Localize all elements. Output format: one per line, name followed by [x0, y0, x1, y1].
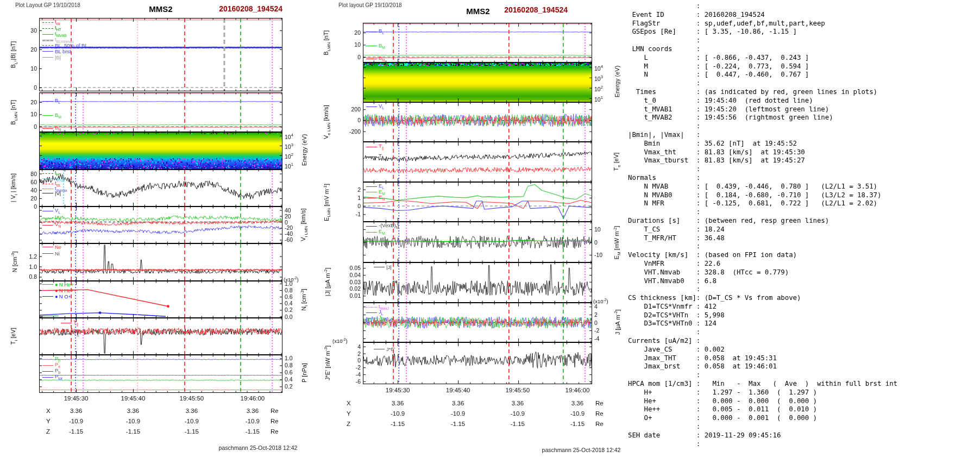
info-line: Velocity [km/s] : (based on FPI ion data…: [628, 251, 897, 260]
ephemeris-row-label: Z: [347, 421, 357, 427]
axis-scale-note: (x10-2): [593, 298, 608, 304]
info-line: T_MFR/HT : 36.48: [628, 234, 897, 243]
axis-label: Ve LMN [km/s]: [323, 84, 331, 160]
axis-label: |J| [μA m-2]: [323, 244, 331, 320]
info-line: :: [628, 36, 897, 45]
ephemeris-value: -1.15: [381, 421, 414, 427]
info-line: H+ : 1.297 - 1.360 ( 1.297 ): [628, 389, 897, 397]
axis-label: P [nPa]: [301, 335, 307, 411]
ephemeris-value: 3.36: [442, 400, 474, 406]
y-tick-label: -6: [340, 378, 361, 385]
y-tick-label: 0.04: [340, 272, 361, 278]
y-tick-label: 102: [594, 85, 616, 92]
fig1-title: MMS2: [134, 4, 188, 14]
ephemeris-unit: Re: [271, 418, 284, 424]
y-tick-label: 0: [16, 123, 37, 130]
legend-entry: J*E': [374, 347, 395, 352]
ephemeris-value: 3.36: [117, 408, 149, 414]
legend-entry: ● N He+: [42, 282, 74, 287]
x-tick-label: 19:46:00: [234, 395, 272, 402]
info-line: He++ : 0.005 - 0.011 ( 0.010 ): [628, 405, 897, 414]
ephemeris-value: -10.9: [561, 410, 594, 417]
info-line: Vmax_tht : 81.83 [km/s] at 19:45:30: [628, 148, 897, 157]
y-tick-label: -4: [340, 371, 361, 378]
y-tick-label: 0: [16, 203, 37, 210]
info-line: N MVAB0 : [ 0.184, -0.680, -0.710 ] (L3/…: [628, 191, 897, 200]
fig2-footer: paschmann 25-Oct-2018 12:42: [535, 447, 627, 453]
legend-entry: BL, 50% of BL: [42, 43, 88, 48]
legend-entry: BL: [366, 28, 384, 35]
info-line: He+ : 0.000 - 0.000 ( 0.000 ): [628, 397, 897, 406]
y-tick-label: 0.02: [340, 285, 361, 292]
y-tick-label: -1: [340, 211, 361, 217]
legend-entry: VL: [42, 208, 60, 215]
y-tick-label: 104: [594, 64, 616, 72]
ephemeris-row-label: Y: [46, 418, 57, 424]
screenshot-root: { "colors":{"event_id_red":"#990000","ma…: [0, 0, 980, 457]
y-tick-label: 2: [594, 311, 616, 318]
fig1-event-id: 20160208_194524: [206, 4, 282, 13]
axis-label: Energy (eV): [301, 112, 307, 188]
info-line: Jmax_brst : 0.058 at 19:46:01: [628, 362, 897, 371]
legend-entry: BM: [42, 112, 61, 120]
y-tick-label: 200: [340, 106, 361, 112]
info-line: D2=TCS*VHTn : 5,998: [628, 311, 897, 320]
info-line: t_MVAB2 : 19:45:56 (rightmost green line…: [628, 114, 897, 122]
ephemeris-value: -10.9: [117, 418, 149, 424]
info-line: LMN coords :: [628, 45, 897, 54]
y-tick-label: 20: [340, 29, 361, 36]
fig1-header: Plot Layout GP 19/10/2018: [15, 2, 80, 8]
legend-entry: T⊥: [366, 153, 385, 160]
axis-label: N [cm-3]: [10, 223, 18, 299]
info-line: VHT.Nmvab : 328.8 (HTcc = 0.779): [628, 268, 897, 277]
ephemeris-value: -1.15: [442, 421, 474, 427]
y-tick-label: 10: [16, 111, 37, 117]
info-line: Normals :: [628, 174, 897, 183]
legend-entry: BL brst: [42, 49, 71, 54]
ephemeris-row-label: X: [46, 408, 57, 414]
ephemeris-unit: Re: [271, 428, 284, 435]
legend-entry: VM: [42, 215, 61, 222]
ephemeris-value: 3.36: [381, 400, 414, 406]
y-tick-label: 0: [340, 117, 361, 123]
ephemeris-value: -1.15: [236, 428, 269, 435]
legend-entry: BM: [366, 43, 385, 50]
ephemeris-value: -10.9: [236, 418, 269, 424]
legend-entry: BN: [366, 55, 385, 62]
info-line: Event ID : 20160208_194524: [628, 11, 897, 20]
text-layer: Plot Layout GP 19/10/2018 MMS2 20160208_…: [0, 0, 980, 457]
axis-label: Ti [eV]: [10, 298, 18, 374]
legend-entry: T∥: [61, 320, 78, 327]
ephemeris-value: 3.36: [60, 408, 92, 414]
x-tick-label: 19:46:00: [558, 387, 596, 393]
info-line: M : [ -0.224, 0.773, 0.594 ]: [628, 62, 897, 71]
axis-scale-note: (x10-2): [284, 276, 299, 283]
info-line: :: [628, 79, 897, 88]
y-tick-label: -2: [340, 364, 361, 371]
axis-label: BLMN [nT]: [10, 74, 18, 150]
y-tick-label: 0.01: [340, 292, 361, 299]
ephemeris-unit: Re: [595, 421, 608, 427]
legend-entry: T⊥: [61, 330, 80, 337]
x-tick-label: 19:45:30: [57, 395, 95, 402]
y-tick-label: 0.05: [340, 265, 361, 271]
ephemeris-value: -10.9: [501, 410, 534, 417]
x-tick-label: 19:45:30: [379, 387, 417, 393]
ephemeris-row-label: Y: [347, 410, 357, 417]
ephemeris-value: -1.15: [60, 428, 92, 435]
legend-entry: EN: [366, 195, 385, 202]
x-tick-label: 19:45:50: [499, 387, 537, 393]
y-tick-label: 10: [16, 65, 37, 72]
ephemeris-unit: Re: [595, 410, 608, 417]
info-line: D1=TCS*Vnmfr : 412: [628, 303, 897, 311]
y-tick-label: 0.03: [340, 279, 361, 285]
ephemeris-value: -10.9: [381, 410, 414, 417]
y-tick-label: 10: [340, 41, 361, 48]
legend-entry: |B|: [42, 55, 61, 60]
legend-entry: Ne: [42, 245, 61, 249]
info-line: |Bmin|, |Vmax| :: [628, 131, 897, 140]
legend-entry: |V|: [42, 191, 61, 196]
y-tick-label: 60: [16, 179, 37, 185]
info-line: N MVAB : [ 0.439, -0.446, 0.780 ] (L2/L1…: [628, 183, 897, 191]
y-tick-label: 2: [340, 350, 361, 357]
